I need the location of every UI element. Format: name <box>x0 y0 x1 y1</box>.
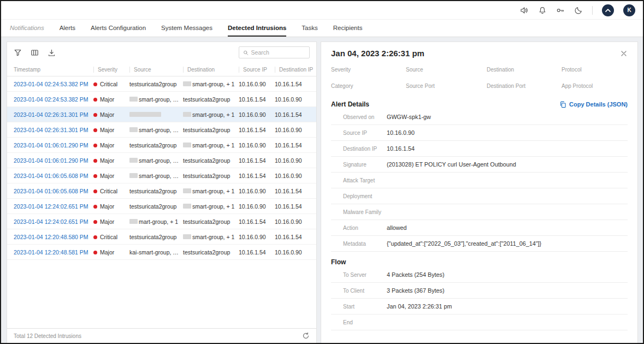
cell-destination: testsuricata2group <box>183 157 239 164</box>
timestamp-link[interactable]: 2023-01-04 01:06:05.608 PM <box>14 173 88 179</box>
cell-timestamp: 2023-01-04 12:20:48.580 PM <box>14 234 93 240</box>
cell-timestamp: 2023-01-04 01:06:01.290 PM <box>14 142 93 149</box>
cell-severity: Critical <box>93 234 129 240</box>
redacted-text <box>183 112 191 117</box>
tab-alerts-configuration[interactable]: Alerts Configuration <box>91 25 146 37</box>
cell-destination: smart-group, + 1 <box>183 234 239 240</box>
table-header-row: TimestampSeveritySourceDestinationSource… <box>7 63 316 76</box>
field-label: App Protocol <box>562 83 628 89</box>
severity-dot <box>93 113 97 117</box>
cell-destination-ip: 10.16.1.54 <box>275 111 313 118</box>
severity-dot <box>93 82 97 86</box>
flow-heading: Flow <box>331 258 628 266</box>
table-row[interactable]: 2023-01-04 01:06:05.608 PMMajorsmart-gro… <box>7 168 316 183</box>
table-row[interactable]: 2023-01-04 01:06:01.290 PMMajortestsuric… <box>7 138 316 153</box>
timestamp-link[interactable]: 2023-01-04 12:20:48.580 PM <box>14 234 88 240</box>
cell-timestamp: 2023-01-04 02:26:31.301 PM <box>14 111 93 118</box>
column-header-destination: Destination <box>183 67 239 73</box>
cell-source-ip: 10.16.1.54 <box>239 218 275 225</box>
search-input[interactable] <box>251 49 305 56</box>
column-header-destination-ip: Destination IP <box>275 67 313 73</box>
scroll-top-button[interactable] <box>602 4 614 16</box>
timestamp-link[interactable]: 2023-01-04 01:06:05.608 PM <box>14 188 88 194</box>
cell-source-ip: 10.16.1.54 <box>239 173 275 179</box>
timestamp-link[interactable]: 2023-01-04 02:26:31.301 PM <box>14 111 88 118</box>
timestamp-link[interactable]: 2023-01-04 02:24:53.382 PM <box>14 81 88 87</box>
total-count-label: Total 12 Detected Intrusions <box>14 333 81 339</box>
timestamp-link[interactable]: 2023-01-04 12:24:02.651 PM <box>14 203 88 210</box>
table-row[interactable]: 2023-01-04 01:06:01.290 PMMajorsmart-gro… <box>7 153 316 168</box>
tab-system-messages[interactable]: System Messages <box>161 25 212 37</box>
cell-source-ip: 10.16.1.54 <box>239 96 275 103</box>
cell-timestamp: 2023-01-04 02:24:53.382 PM <box>14 81 93 87</box>
detail-row-value: 3 Packets (367 Bytes) <box>387 287 445 294</box>
cell-source-ip: 10.16.0.90 <box>239 188 275 194</box>
table-row[interactable]: 2023-01-04 02:24:53.382 PMCriticaltestsu… <box>7 76 316 92</box>
cell-destination-ip: 10.16.0.90 <box>275 249 313 256</box>
table-row[interactable]: 2023-01-04 12:20:48.580 PMCriticaltestsu… <box>7 229 316 245</box>
tab-alerts[interactable]: Alerts <box>60 25 75 37</box>
table-toolbar <box>7 42 316 63</box>
cell-destination: smart-group, + 1 <box>183 111 239 118</box>
severity-dot <box>93 220 97 224</box>
tab-tasks[interactable]: Tasks <box>302 25 317 37</box>
detail-row-deployment: Deployment <box>331 188 628 204</box>
table-row[interactable]: 2023-01-04 01:06:05.608 PMCriticaltestsu… <box>7 183 316 199</box>
redacted-text <box>129 97 138 102</box>
timestamp-link[interactable]: 2023-01-04 02:24:53.382 PM <box>14 96 88 103</box>
cell-destination: smart-group, + 1 <box>183 81 239 87</box>
user-avatar[interactable]: K <box>623 4 635 16</box>
alert-details-heading: Alert Details <box>331 100 369 108</box>
cell-severity: Major <box>93 173 129 179</box>
tab-detected-intrusions[interactable]: Detected Intrusions <box>228 25 286 37</box>
severity-dot <box>93 128 97 132</box>
timestamp-link[interactable]: 2023-01-04 12:20:48.581 PM <box>14 249 88 256</box>
cell-source-ip: 10.16.0.90 <box>239 81 275 87</box>
table-row[interactable]: 2023-01-04 12:24:02.651 PMMajormart-grou… <box>7 214 316 229</box>
filter-icon[interactable] <box>14 49 22 57</box>
timestamp-link[interactable]: 2023-01-04 01:06:01.290 PM <box>14 157 88 164</box>
copy-details-button[interactable]: Copy Details (JSON) <box>559 101 628 108</box>
cell-severity: Major <box>93 218 129 225</box>
cell-destination-ip: 10.16.1.54 <box>275 188 313 194</box>
cell-source: smart-group, + 1 <box>129 96 183 103</box>
download-icon[interactable] <box>48 49 56 57</box>
detail-row-value: Jan 04, 2023 2:26:31 pm <box>387 303 452 310</box>
table-row[interactable]: 2023-01-04 02:26:31.301 PMMajorsmart-gro… <box>7 122 316 138</box>
cell-destination: testsuricata2group <box>183 173 239 179</box>
close-icon[interactable] <box>620 50 628 57</box>
timestamp-link[interactable]: 2023-01-04 12:24:02.651 PM <box>14 218 88 225</box>
table-row[interactable]: 2023-01-04 12:24:02.651 PMMajortestsuric… <box>7 199 316 214</box>
detail-field-protocol: Protocol <box>562 67 628 75</box>
cell-destination: testsuricata2group <box>183 249 239 256</box>
detail-field-category: Category <box>331 83 406 92</box>
tab-recipients[interactable]: Recipients <box>333 25 363 37</box>
detail-row-label: Deployment <box>343 193 387 199</box>
cell-destination-ip: 10.16.0.90 <box>275 127 313 133</box>
refresh-icon[interactable] <box>302 332 310 340</box>
key-icon[interactable] <box>556 6 565 15</box>
cell-timestamp: 2023-01-04 02:26:31.301 PM <box>14 127 93 133</box>
columns-icon[interactable] <box>31 49 39 57</box>
cell-destination-ip: 10.16.1.54 <box>275 81 313 87</box>
detail-field-severity: Severity <box>331 67 406 75</box>
detail-row-start: StartJan 04, 2023 2:26:31 pm <box>331 299 628 315</box>
timestamp-link[interactable]: 2023-01-04 02:26:31.301 PM <box>14 127 88 133</box>
announcement-icon[interactable] <box>520 6 529 15</box>
cell-destination-ip: 10.16.1.54 <box>275 203 313 210</box>
alert-details-list: Observed onGWGW-spk1-gwSource IP10.16.0.… <box>331 109 628 252</box>
column-header-timestamp: Timestamp <box>14 67 93 73</box>
table-row[interactable]: 2023-01-04 02:26:31.301 PMMajorsmart-gro… <box>7 107 316 122</box>
detail-row-action: Actionallowed <box>331 220 628 236</box>
timestamp-link[interactable]: 2023-01-04 01:06:01.290 PM <box>14 142 88 149</box>
detail-row-malware-family: Malware Family <box>331 204 628 220</box>
intrusions-table-body: 2023-01-04 02:24:53.382 PMCriticaltestsu… <box>7 76 316 328</box>
cell-source: smart-group, + 1 <box>129 127 183 133</box>
notifications-bell-icon[interactable] <box>538 6 547 15</box>
table-row[interactable]: 2023-01-04 12:20:48.581 PMMajorkai-smart… <box>7 245 316 260</box>
dark-mode-moon-icon[interactable] <box>574 6 583 15</box>
cell-source-ip: 10.16.1.54 <box>239 127 275 133</box>
detail-row-label: Start <box>343 304 387 310</box>
cell-source: testsuricata2group <box>129 81 183 87</box>
table-row[interactable]: 2023-01-04 02:24:53.382 PMMajorsmart-gro… <box>7 92 316 107</box>
